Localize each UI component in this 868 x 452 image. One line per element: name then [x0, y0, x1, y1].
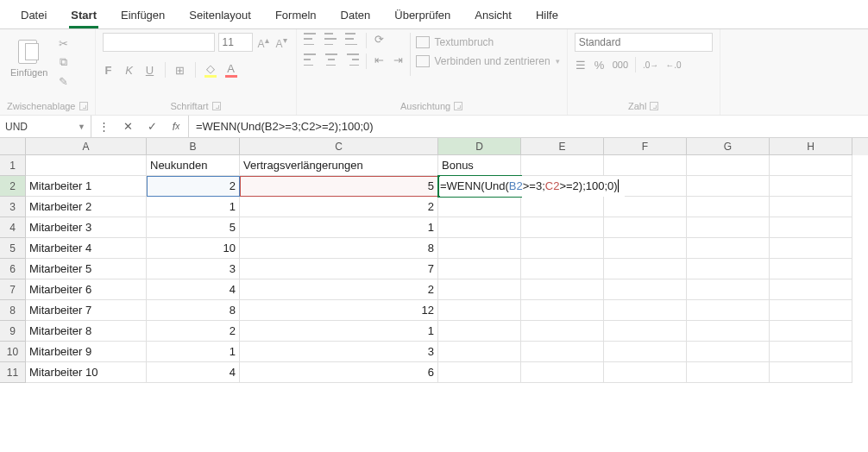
cell-A9[interactable]: Mitarbeiter 8	[26, 321, 147, 342]
cell-E6[interactable]	[521, 259, 604, 279]
borders-button[interactable]: ⊞	[174, 64, 186, 77]
decrease-indent-button[interactable]: ⇤	[374, 53, 386, 69]
comma-style-button[interactable]: 000	[613, 60, 628, 70]
cell-F5[interactable]	[604, 238, 687, 259]
cell-E4[interactable]	[521, 217, 604, 238]
cell-A4[interactable]: Mitarbeiter 3	[26, 217, 147, 238]
cell-F3[interactable]	[604, 197, 687, 217]
tab-ansicht[interactable]: Ansicht	[462, 3, 524, 28]
cell-H8[interactable]	[770, 300, 852, 321]
cell-B4[interactable]: 5	[147, 217, 240, 238]
merge-center-button[interactable]: Verbinden und zentrieren▾	[416, 55, 560, 67]
cell-D11[interactable]	[438, 362, 521, 383]
cell-H10[interactable]	[770, 342, 852, 362]
cell-H9[interactable]	[770, 321, 852, 342]
cut-icon[interactable]: ✂	[56, 36, 70, 50]
font-color-button[interactable]: A	[225, 62, 237, 78]
row-header-10[interactable]: 10	[0, 342, 26, 362]
cell-H11[interactable]	[770, 362, 852, 383]
row-header-8[interactable]: 8	[0, 300, 26, 321]
column-header-A[interactable]: A	[26, 138, 147, 155]
dialog-launcher-icon[interactable]	[79, 102, 88, 110]
cell-F9[interactable]	[604, 321, 687, 342]
cell-B5[interactable]: 10	[147, 238, 240, 259]
cell-C10[interactable]: 3	[240, 342, 438, 362]
cell-F11[interactable]	[604, 362, 687, 383]
align-top-button[interactable]	[304, 33, 318, 45]
cell-G2[interactable]	[687, 176, 770, 197]
cell-D5[interactable]	[438, 238, 521, 259]
cell-A2[interactable]: Mitarbeiter 1	[26, 176, 147, 197]
expand-namebox-icon[interactable]: ⋮	[91, 116, 116, 137]
cell-A7[interactable]: Mitarbeiter 6	[26, 279, 147, 300]
cell-G7[interactable]	[687, 279, 770, 300]
align-right-button[interactable]	[345, 53, 359, 66]
cell-G6[interactable]	[687, 259, 770, 279]
align-bottom-button[interactable]	[345, 33, 359, 45]
row-header-2[interactable]: 2	[0, 176, 26, 197]
cell-C3[interactable]: 2	[240, 197, 438, 217]
cell-G4[interactable]	[687, 217, 770, 238]
tab-hilfe[interactable]: Hilfe	[524, 3, 570, 28]
cell-D9[interactable]	[438, 321, 521, 342]
row-header-5[interactable]: 5	[0, 238, 26, 259]
row-header-1[interactable]: 1	[0, 155, 26, 176]
cell-C4[interactable]: 1	[240, 217, 438, 238]
cell-E5[interactable]	[521, 238, 604, 259]
accept-formula-button[interactable]: ✓	[140, 116, 164, 137]
fill-color-button[interactable]: ◇	[204, 62, 217, 78]
cell-G10[interactable]	[687, 342, 770, 362]
accounting-format-button[interactable]: ☰	[575, 59, 587, 72]
tab-datei[interactable]: Datei	[9, 3, 59, 28]
cell-E11[interactable]	[521, 362, 604, 383]
cell-C7[interactable]: 2	[240, 279, 438, 300]
cell-A5[interactable]: Mitarbeiter 4	[26, 238, 147, 259]
cell-D1[interactable]: Bonus	[438, 155, 521, 176]
cell-D3[interactable]	[438, 197, 521, 217]
cell-D10[interactable]	[438, 342, 521, 362]
row-header-9[interactable]: 9	[0, 321, 26, 342]
paste-button[interactable]: Einfügen	[7, 33, 51, 79]
cell-C5[interactable]: 8	[240, 238, 438, 259]
cell-F4[interactable]	[604, 217, 687, 238]
cell-D7[interactable]	[438, 279, 521, 300]
orientation-button[interactable]: ⟳	[374, 33, 386, 48]
cell-A3[interactable]: Mitarbeiter 2	[26, 197, 147, 217]
increase-font-icon[interactable]: A▴	[256, 35, 271, 50]
row-header-11[interactable]: 11	[0, 362, 26, 383]
cell-G8[interactable]	[687, 300, 770, 321]
cell-F6[interactable]	[604, 259, 687, 279]
cell-B1[interactable]: Neukunden	[147, 155, 240, 176]
font-name-select[interactable]	[103, 33, 215, 52]
row-header-7[interactable]: 7	[0, 279, 26, 300]
cell-C8[interactable]: 12	[240, 300, 438, 321]
number-format-select[interactable]	[575, 33, 713, 52]
cell-C6[interactable]: 7	[240, 259, 438, 279]
cell-E1[interactable]	[521, 155, 604, 176]
cell-B9[interactable]: 2	[147, 321, 240, 342]
cell-A6[interactable]: Mitarbeiter 5	[26, 259, 147, 279]
cell-F1[interactable]	[604, 155, 687, 176]
cell-C11[interactable]: 6	[240, 362, 438, 383]
dialog-launcher-icon[interactable]	[454, 102, 462, 110]
column-header-C[interactable]: C	[240, 138, 438, 155]
italic-button[interactable]: K	[123, 64, 135, 77]
format-painter-icon[interactable]: ✎	[56, 74, 70, 88]
formula-input[interactable]: =WENN(Und(B2>=3;C2>=2);100;0)	[189, 120, 868, 133]
name-box[interactable]: UND▼	[0, 116, 91, 137]
column-header-B[interactable]: B	[147, 138, 240, 155]
cell-E7[interactable]	[521, 279, 604, 300]
cell-D4[interactable]	[438, 217, 521, 238]
wrap-text-button[interactable]: Textumbruch	[416, 36, 560, 48]
cell-H4[interactable]	[770, 217, 852, 238]
dialog-launcher-icon[interactable]	[650, 102, 658, 110]
cell-H7[interactable]	[770, 279, 852, 300]
cell-E10[interactable]	[521, 342, 604, 362]
cell-G11[interactable]	[687, 362, 770, 383]
cell-G1[interactable]	[687, 155, 770, 176]
insert-function-button[interactable]: fx	[164, 116, 188, 137]
align-left-button[interactable]	[304, 53, 318, 66]
column-header-F[interactable]: F	[604, 138, 687, 155]
align-middle-button[interactable]	[324, 33, 338, 45]
copy-icon[interactable]: ⧉	[56, 55, 70, 69]
